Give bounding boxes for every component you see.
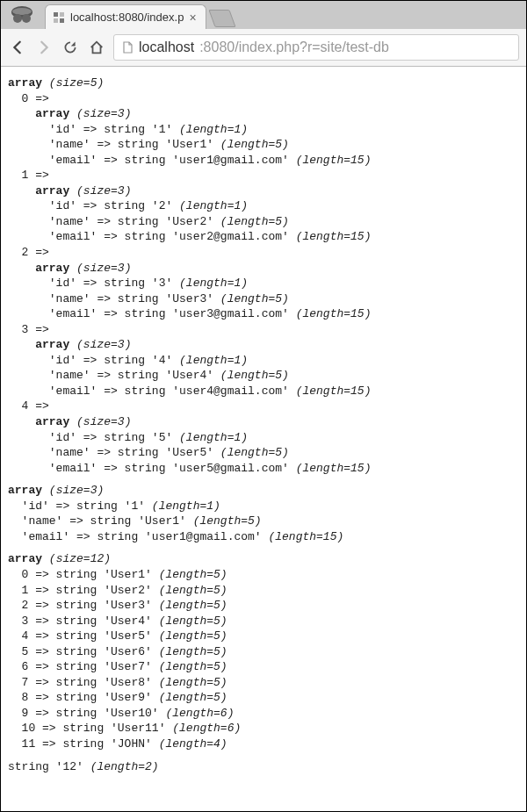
dump-line: 'name' => string 'User1' (length=5) (8, 514, 519, 529)
dump-line: 'id' => string '5' (length=1) (8, 430, 519, 446)
dump-line: 0 => string 'User1' (length=5) (8, 567, 519, 583)
dump-line: 0 => (8, 91, 519, 107)
svg-rect-7 (54, 18, 58, 23)
dump-line: 11 => string 'JOHN' (length=4) (8, 737, 519, 752)
dump-line: 8 => string 'User9' (length=5) (8, 690, 519, 706)
home-button[interactable] (87, 38, 106, 57)
dump-line: 'email' => string 'user1@gmail.com' (len… (8, 529, 519, 545)
back-button[interactable] (8, 38, 27, 57)
tab-bar: localhost:8080/index.p × (1, 1, 526, 29)
dump-line: 'name' => string 'User3' (length=5) (8, 291, 519, 307)
address-bar[interactable]: localhost:8080/index.php?r=site/test-db (113, 34, 519, 61)
dump-line: 'id' => string '3' (length=1) (8, 276, 519, 291)
toolbar: localhost:8080/index.php?r=site/test-db (1, 29, 526, 66)
address-host: localhost (139, 40, 194, 55)
dump-line: 3 => (8, 322, 519, 338)
dump-line: array (size=3) (8, 337, 519, 353)
dump-line: 'name' => string 'User1' (length=5) (8, 137, 519, 153)
dump-line: 10 => string 'User11' (length=6) (8, 721, 519, 737)
dump-line: array (size=12) (8, 551, 519, 567)
dump-line: string '12' (length=2) (8, 759, 519, 775)
dump-line: 5 => string 'User6' (length=5) (8, 644, 519, 660)
dump-line: 1 => (8, 168, 519, 183)
dump-line: 'email' => string 'user1@gmail.com' (len… (8, 153, 519, 169)
dump-line: 'email' => string 'user5@gmail.com' (len… (8, 461, 519, 477)
svg-rect-4 (20, 18, 24, 19)
dump-line: 'email' => string 'user2@gmail.com' (len… (8, 229, 519, 245)
dump-line: 'name' => string 'User5' (length=5) (8, 445, 519, 461)
dump-line: 1 => string 'User2' (length=5) (8, 583, 519, 599)
dump-line: array (size=3) (8, 183, 519, 199)
address-rest: :8080/index.php?r=site/test-db (199, 40, 389, 55)
incognito-icon (8, 3, 36, 25)
svg-rect-6 (60, 12, 64, 17)
tab-close-icon[interactable]: × (189, 11, 196, 25)
dump-line: 4 => string 'User5' (length=5) (8, 629, 519, 644)
dump-line: 'name' => string 'User2' (length=5) (8, 214, 519, 230)
page-icon (121, 41, 134, 54)
new-tab-button[interactable] (208, 10, 235, 27)
dump-line: array (size=3) (8, 261, 519, 277)
browser-chrome: localhost:8080/index.p × localhost:8080/… (1, 1, 526, 67)
dump-line: 4 => (8, 399, 519, 414)
tab-title: localhost:8080/index.p (70, 11, 184, 24)
reload-button[interactable] (61, 38, 80, 57)
page-content: array (size=5) 0 => array (size=3) 'id' … (1, 67, 526, 790)
dump-line: 'email' => string 'user3@gmail.com' (len… (8, 306, 519, 322)
browser-tab[interactable]: localhost:8080/index.p × (45, 4, 206, 29)
dump-line: 'id' => string '1' (length=1) (8, 122, 519, 138)
tab-favicon-icon (53, 11, 65, 24)
svg-rect-8 (60, 18, 64, 23)
dump-line: array (size=3) (8, 106, 519, 122)
forward-button[interactable] (34, 38, 54, 57)
dump-line: 'id' => string '4' (length=1) (8, 353, 519, 369)
svg-rect-5 (54, 12, 58, 17)
dump-line: 9 => string 'User10' (length=6) (8, 706, 519, 722)
dump-line: 'name' => string 'User4' (length=5) (8, 368, 519, 384)
dump-line: array (size=3) (8, 483, 519, 499)
dump-line: 6 => string 'User7' (length=5) (8, 659, 519, 675)
dump-line: 2 => (8, 245, 519, 261)
dump-line: 2 => string 'User3' (length=5) (8, 598, 519, 614)
svg-point-1 (12, 8, 32, 15)
dump-line: array (size=5) (8, 75, 519, 91)
dump-line: 7 => string 'User8' (length=5) (8, 675, 519, 691)
dump-line: array (size=3) (8, 414, 519, 430)
dump-line: 'id' => string '2' (length=1) (8, 198, 519, 214)
dump-line: 'email' => string 'user4@gmail.com' (len… (8, 384, 519, 399)
dump-line: 3 => string 'User4' (length=5) (8, 614, 519, 629)
dump-line: 'id' => string '1' (length=1) (8, 499, 519, 514)
